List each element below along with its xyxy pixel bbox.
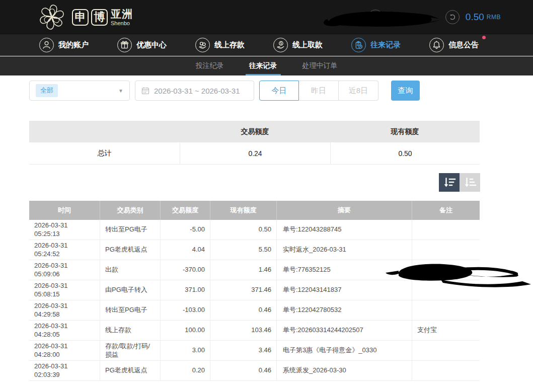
transactions-table: 时间 交易类别 交易额度 现有额度 摘要 备注 2026-03-31 05:25…: [29, 201, 480, 381]
cell-balance: 1.46: [210, 260, 276, 280]
summary-table: 交易额度 现有额度 总计 0.24 0.50: [29, 121, 480, 165]
quick-date-buttons: 今日 昨日 近8日: [259, 81, 378, 101]
cell-time: 2026-03-31 05:25:13: [29, 220, 100, 240]
cell-amount: -370.00: [160, 260, 210, 280]
logo-region-text: 亚洲: [111, 9, 133, 19]
logo-char-bo: 博: [91, 9, 108, 26]
subnav-pending-orders[interactable]: 处理中订单: [302, 56, 338, 75]
gift-icon: [117, 38, 132, 52]
cell-type: 存款/取款/打码/损益: [100, 341, 160, 360]
summary-header-row: 交易额度 现有额度: [29, 121, 480, 142]
date-range-input[interactable]: 2026-03-31 ~ 2026-03-31: [135, 81, 254, 101]
cell-summary: 单号:122043288745: [276, 220, 412, 240]
cell-summary: 单号:122043141837: [276, 280, 412, 300]
records-icon: [351, 38, 366, 52]
table-row: 2026-03-31 04:29:58 转出至PG电子 -103.00 0.46…: [29, 300, 480, 321]
cell-type: 线上存款: [100, 321, 160, 340]
type-selected-pill: 全部: [36, 84, 58, 97]
table-row: 2026-03-31 05:08:15 由PG电子转入 371.00 371.4…: [29, 280, 480, 300]
cell-time: 2026-03-31 04:29:58: [29, 300, 100, 320]
col-header-summary: 摘要: [276, 201, 412, 220]
search-button[interactable]: 查询: [391, 81, 420, 101]
cell-remark: [412, 300, 480, 320]
sort-descending-button[interactable]: [439, 173, 460, 192]
nav-item-deposit[interactable]: 线上存款: [195, 38, 245, 52]
table-row: 2026-03-31 04:28:05 线上存款 100.00 103.46 单…: [29, 321, 480, 341]
cell-amount: 371.00: [160, 280, 210, 300]
cell-amount: 0.20: [160, 361, 210, 380]
cell-remark: 支付宝: [412, 321, 480, 340]
deposit-icon: [195, 38, 210, 52]
main-navigation: 我的账户 优惠中心: [0, 34, 533, 56]
cell-time: 2026-03-31 04:28:00: [29, 341, 100, 360]
cell-amount: 4.04: [160, 240, 210, 260]
cell-amount: 3.00: [160, 341, 210, 360]
filter-row: 全部 ▼ 2026-03-31 ~ 2026-03-31 今日 昨日 近8日 查…: [29, 81, 420, 101]
type-select-dropdown[interactable]: 全部 ▼: [29, 81, 130, 101]
cell-balance: 371.46: [210, 280, 276, 300]
sort-controls: [439, 173, 480, 192]
col-header-time: 时间: [29, 201, 100, 220]
last-8-days-button[interactable]: 近8日: [339, 81, 378, 101]
nav-item-announcements[interactable]: 信息公告: [429, 38, 479, 52]
cell-balance: 0.46: [210, 361, 276, 380]
cell-time: 2026-03-31 05:24:52: [29, 240, 100, 260]
summary-header-empty: [29, 121, 180, 142]
cell-summary: 单号:202603314244202507: [276, 321, 412, 340]
cell-time: 2026-03-31 05:09:06: [29, 260, 100, 280]
subnav-transaction-records[interactable]: 往来记录: [249, 56, 277, 75]
nav-item-promotions[interactable]: 优惠中心: [117, 38, 167, 52]
table-row: 2026-03-31 04:28:00 存款/取款/打码/损益 3.00 3.4…: [29, 341, 480, 361]
balance-amount: 0.50: [466, 12, 484, 23]
cell-remark: [412, 220, 480, 240]
table-header-row: 时间 交易类别 交易额度 现有额度 摘要 备注: [29, 201, 480, 220]
summary-total-row: 总计 0.24 0.50: [29, 142, 480, 165]
sort-ascending-button[interactable]: [460, 173, 480, 192]
active-tab-underline: [246, 74, 281, 75]
subnav-bet-records[interactable]: 投注纪录: [196, 56, 224, 75]
col-header-balance: 现有额度: [210, 201, 276, 220]
summary-balance-total: 0.50: [330, 142, 480, 164]
cell-balance: 0.46: [210, 300, 276, 320]
col-header-type: 交易类别: [100, 201, 160, 220]
summary-total-label: 总计: [29, 142, 180, 164]
obscured-icon[interactable]: [368, 10, 383, 25]
balance-area: 0.50 RMB: [368, 0, 501, 34]
yesterday-button[interactable]: 昨日: [299, 81, 339, 101]
nav-item-my-account[interactable]: 我的账户: [39, 38, 89, 52]
notification-badge-dot: [482, 36, 486, 39]
page: 申 博 亚洲 Shenbo 0.50 RMB: [0, 0, 533, 392]
nav-label: 线上存款: [214, 40, 245, 50]
brand-logo[interactable]: 申 博 亚洲 Shenbo: [34, 2, 133, 32]
logo-subtitle-text: Shenbo: [111, 21, 133, 26]
cell-type: 转出至PG电子: [100, 300, 160, 320]
cell-type: PG老虎机返点: [100, 361, 160, 380]
summary-header-transaction: 交易额度: [180, 121, 330, 142]
bell-icon: [429, 38, 444, 52]
chevron-down-icon: ▼: [118, 88, 123, 94]
summary-transaction-total: 0.24: [180, 142, 330, 164]
nav-label: 线上取款: [292, 40, 323, 50]
refresh-icon[interactable]: [445, 10, 460, 24]
cell-remark: [412, 280, 480, 300]
cell-balance: 0.50: [210, 220, 276, 240]
cell-summary: 系统派发_2026-03-30: [276, 361, 412, 380]
cell-amount: -5.00: [160, 220, 210, 240]
nav-label: 往来记录: [370, 40, 401, 50]
cell-summary: 单号:122042780532: [276, 300, 412, 320]
balance-currency: RMB: [487, 14, 501, 21]
withdraw-icon: [273, 38, 288, 52]
col-header-remark: 备注: [412, 201, 480, 220]
cell-summary: 电子第3惠《电子得意金》_0330: [276, 341, 412, 360]
nav-item-records[interactable]: 往来记录: [351, 38, 401, 52]
cell-summary: 实时返水_2026-03-31: [276, 240, 412, 260]
nav-label: 信息公告: [448, 40, 479, 50]
logo-char-shen: 申: [72, 9, 89, 26]
today-button[interactable]: 今日: [259, 81, 299, 101]
cell-type: PG老虎机返点: [100, 240, 160, 260]
nav-item-withdraw[interactable]: 线上取款: [273, 38, 323, 52]
table-row: 2026-03-31 05:25:13 转出至PG电子 -5.00 0.50 单…: [29, 220, 480, 240]
table-row: 2026-03-31 05:24:52 PG老虎机返点 4.04 5.50 实时…: [29, 240, 480, 260]
cell-amount: 100.00: [160, 321, 210, 340]
subnav-label: 往来记录: [249, 61, 277, 70]
